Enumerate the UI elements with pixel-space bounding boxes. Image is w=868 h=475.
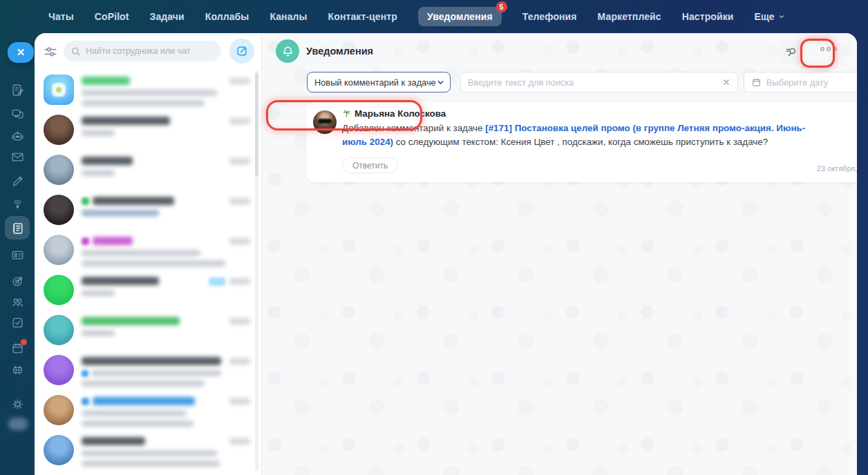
app-root: ЧатыCoPilotЗадачиКоллабыКаналыКонтакт-це… (0, 0, 868, 475)
filter-sliders-icon[interactable] (43, 44, 58, 59)
chat-search-input[interactable] (86, 46, 214, 56)
chat-message-blurred (82, 410, 187, 416)
compose-button[interactable] (229, 39, 254, 64)
signal-icon[interactable] (5, 191, 30, 215)
notifications-header: Уведомления (262, 33, 857, 69)
dropdown-value: Новый комментарий к задаче (314, 77, 436, 88)
chat-time-blurred (229, 358, 250, 365)
chat-message-blurred (82, 210, 159, 216)
chat-name-blurred (93, 237, 133, 245)
sender-name[interactable]: Марьяна Колоскова (355, 108, 446, 119)
gear-icon[interactable] (5, 392, 30, 416)
notification-timestamp: 23 октября, 09:40 (817, 164, 857, 173)
chat-list-item[interactable] (35, 351, 261, 391)
tab-2[interactable]: CoPilot (95, 11, 129, 22)
chat-list-item[interactable] (35, 231, 261, 271)
chat-name-blurred (82, 277, 159, 285)
notification-type-dropdown[interactable]: Новый комментарий к задаче (307, 72, 451, 93)
doc-edit-icon[interactable] (5, 78, 30, 101)
chat-message-blurred (82, 380, 205, 387)
close-button[interactable]: ✕ (8, 42, 34, 63)
notification-card[interactable]: Марьяна Колоскова Добавлен комментарий к… (306, 102, 857, 182)
more-menu-icon[interactable] (820, 46, 838, 52)
chat-message-blurred (82, 450, 217, 456)
check-square-icon[interactable] (5, 311, 30, 334)
pencil-icon[interactable] (5, 169, 30, 193)
clear-search-icon[interactable] (722, 78, 730, 86)
chat-time-blurred (229, 318, 250, 324)
search-in-notifications-icon[interactable] (778, 40, 804, 64)
chat-list-item[interactable] (35, 431, 261, 471)
chat-name-blurred (82, 357, 221, 365)
chevron-down-icon (778, 13, 785, 20)
robot-icon[interactable] (5, 358, 30, 381)
reply-button[interactable]: Ответить (342, 157, 398, 173)
chat-list-item[interactable] (35, 191, 261, 231)
chat-list-item[interactable] (35, 271, 261, 311)
left-icon-rail: ✕ (0, 33, 35, 475)
notification-search-field[interactable] (460, 72, 738, 93)
target-icon[interactable] (5, 269, 30, 293)
chat-panel-header (35, 33, 261, 69)
notifications-panel: Уведомления Новый комментарий к задаче (262, 33, 857, 475)
notification-search-input[interactable] (468, 77, 717, 88)
tab-9[interactable]: Маркетплейс (598, 11, 661, 22)
chat-time-blurred (229, 278, 250, 284)
chat-name-blurred (93, 197, 174, 205)
chat-avatar (44, 155, 74, 185)
profile-avatar-blurred[interactable] (8, 418, 28, 430)
tab-3[interactable]: Задачи (150, 11, 185, 22)
chat-name-blurred (82, 317, 180, 325)
tab-1[interactable]: Чаты (48, 11, 74, 22)
chat-list-item[interactable] (35, 311, 261, 351)
chat-message-blurred (82, 290, 115, 296)
top-navigation: ЧатыCoPilotЗадачиКоллабыКаналыКонтакт-це… (0, 0, 868, 33)
chat-message-blurred (82, 330, 115, 336)
chat-scrollbar-thumb[interactable] (255, 73, 258, 177)
bell-icon (276, 39, 299, 63)
notification-text-part: со следующим текстом: Ксения Цвет , подс… (393, 137, 768, 147)
chat-time-blurred (229, 198, 250, 204)
chat-avatar (44, 115, 74, 145)
chat-avatar (44, 75, 74, 105)
chat-avatar (44, 275, 74, 305)
chat-message-blurred (82, 461, 220, 467)
date-picker-field[interactable] (744, 72, 857, 93)
chat-message-blurred (82, 130, 115, 136)
chat-time-blurred (229, 238, 250, 244)
tab-8[interactable]: Телефония (522, 11, 577, 22)
chat-message-blurred (82, 420, 194, 427)
filter-row: Новый комментарий к задаче (262, 69, 857, 99)
chat-avatar (44, 435, 74, 465)
tab-11[interactable]: Еще (754, 11, 784, 22)
chat-name-blurred (82, 77, 130, 85)
mail-icon[interactable] (5, 145, 30, 168)
chat-list-item[interactable] (35, 151, 261, 191)
tab-7[interactable]: Уведомления5 (418, 7, 502, 26)
tab-10[interactable]: Настройки (682, 11, 734, 22)
bot-icon[interactable] (5, 124, 30, 148)
chat-avatar (44, 195, 74, 225)
chat-message-blurred (82, 260, 225, 266)
chat-search[interactable] (64, 41, 221, 61)
calendar-icon (751, 77, 762, 88)
chat-time-blurred (229, 438, 250, 445)
chat-bubbles-icon[interactable] (5, 102, 30, 126)
red-dot-badge (21, 339, 27, 345)
calendar-icon[interactable] (5, 336, 30, 360)
notebook-icon[interactable] (5, 216, 30, 240)
chat-name-blurred (93, 397, 195, 405)
date-picker-input[interactable] (766, 77, 857, 88)
chat-time-blurred (229, 398, 250, 405)
tab-5[interactable]: Каналы (270, 11, 307, 22)
chat-list-item[interactable] (35, 110, 261, 151)
sender-avatar[interactable] (313, 110, 337, 134)
chat-list-item[interactable] (35, 391, 261, 431)
tab-4[interactable]: Коллабы (205, 11, 249, 22)
chat-message-blurred (82, 170, 115, 176)
chat-badge-blurred (209, 278, 225, 286)
id-card-icon[interactable] (5, 243, 30, 266)
team-icon[interactable] (5, 290, 30, 313)
chat-list-item[interactable] (35, 70, 261, 110)
tab-6[interactable]: Контакт-центр (328, 11, 397, 22)
